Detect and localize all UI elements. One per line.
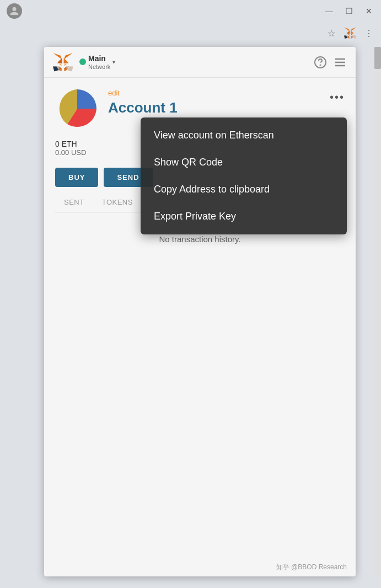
svg-marker-20 xyxy=(57,58,62,63)
svg-marker-5 xyxy=(351,31,353,34)
network-status-dot xyxy=(79,58,86,65)
support-icon[interactable] xyxy=(314,56,327,69)
buy-button[interactable]: BUY xyxy=(55,168,98,187)
account-area: edit Account 1 ••• View account on Ether… xyxy=(44,78,356,135)
account-name: Account 1 xyxy=(108,99,178,116)
more-options-icon[interactable]: ⋮ xyxy=(361,25,377,41)
chevron-down-icon: ▾ xyxy=(112,59,115,65)
network-selector[interactable]: Main Network ▾ xyxy=(79,54,115,70)
svg-marker-17 xyxy=(53,53,62,60)
metamask-extension-icon[interactable] xyxy=(342,25,358,41)
svg-marker-4 xyxy=(347,31,350,34)
svg-marker-16 xyxy=(64,53,72,60)
svg-marker-1 xyxy=(345,28,350,31)
hamburger-menu-icon[interactable] xyxy=(334,56,347,69)
svg-point-31 xyxy=(320,65,321,65)
account-avatar xyxy=(55,87,99,131)
network-name: Main xyxy=(88,54,110,63)
minimize-button[interactable]: — xyxy=(324,6,335,17)
metamask-logo xyxy=(53,52,73,72)
watermark: 知乎 @BBOD Research xyxy=(276,563,347,572)
account-more-button[interactable]: ••• xyxy=(330,91,345,104)
network-sub: Network xyxy=(88,63,110,70)
no-history-message: No transaction history. xyxy=(55,234,345,244)
svg-marker-0 xyxy=(351,28,356,31)
scrollbar-thumb[interactable] xyxy=(374,47,381,69)
nav-bar: ☆ xyxy=(0,22,381,44)
svg-marker-26 xyxy=(59,64,61,66)
maximize-button[interactable]: ❐ xyxy=(344,6,355,17)
show-qr-code-item[interactable]: Show QR Code xyxy=(141,149,347,176)
export-private-key-item[interactable]: Export Private Key xyxy=(141,203,347,230)
svg-marker-21 xyxy=(64,58,68,63)
view-etherscan-item[interactable]: View account on Etherscan xyxy=(141,122,347,149)
account-dropdown-menu: View account on Etherscan Show QR Code C… xyxy=(141,117,347,234)
svg-marker-27 xyxy=(64,64,66,66)
browser-chrome: — ❐ ✕ ☆ xyxy=(0,0,381,44)
bookmark-icon[interactable]: ☆ xyxy=(324,25,339,41)
copy-address-item[interactable]: Copy Address to clipboard xyxy=(141,176,347,203)
metamask-popup: Main Network ▾ xyxy=(44,47,356,576)
edit-link[interactable]: edit xyxy=(108,89,345,97)
scrollbar[interactable] xyxy=(374,47,381,576)
tab-sent[interactable]: SENT xyxy=(55,194,93,212)
mm-header: Main Network ▾ xyxy=(44,47,356,78)
account-circle-icon[interactable] xyxy=(7,3,22,19)
titlebar: — ❐ ✕ xyxy=(0,0,381,22)
tab-tokens[interactable]: TOKENS xyxy=(93,194,142,212)
close-button[interactable]: ✕ xyxy=(363,6,374,17)
account-info: edit Account 1 xyxy=(108,87,345,116)
header-actions xyxy=(314,56,347,69)
